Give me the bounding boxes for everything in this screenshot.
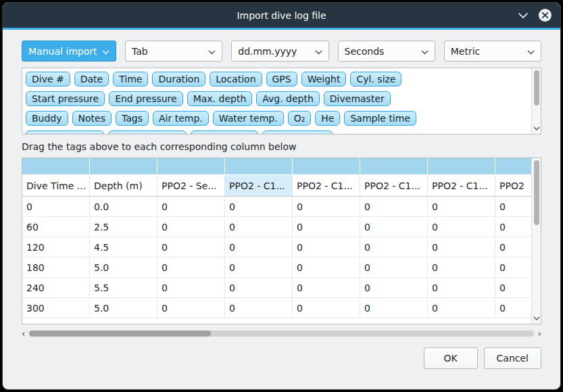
tag-notes[interactable]: Notes — [72, 111, 112, 126]
date-format-combobox[interactable]: dd.mm.yyyy — [231, 41, 328, 62]
tag-water-temp[interactable]: Water temp. — [213, 111, 284, 126]
cancel-button[interactable]: Cancel — [484, 347, 541, 369]
tag-divemaster[interactable]: Divemaster — [324, 91, 391, 106]
table-cell[interactable]: 0 — [360, 237, 428, 258]
tag-sample-cns[interactable]: Sample CNS — [262, 130, 333, 134]
tag-start-pressure[interactable]: Start pressure — [26, 91, 105, 106]
close-button[interactable] — [538, 8, 552, 22]
column-drop-target[interactable] — [495, 158, 531, 174]
shade-icon[interactable] — [518, 12, 529, 19]
table-cell[interactable]: 0 — [293, 258, 360, 278]
tag-sample-po[interactable]: Sample pO₂ — [191, 130, 258, 134]
tag-avg-depth[interactable]: Avg. depth — [256, 91, 320, 106]
table-cell[interactable]: 0 — [495, 237, 531, 258]
table-cell[interactable]: 0 — [293, 278, 360, 298]
titlebar[interactable]: Import dive log file — [3, 3, 560, 28]
table-cell[interactable]: 0 — [293, 237, 360, 258]
table-cell[interactable]: 0 — [157, 278, 225, 298]
tag-buddy[interactable]: Buddy — [26, 111, 68, 126]
column-drop-target[interactable] — [90, 158, 157, 174]
column-header[interactable]: Depth (m) — [90, 175, 157, 196]
table-cell[interactable]: 240 — [22, 278, 90, 298]
column-drop-target[interactable] — [225, 158, 293, 174]
table-cell[interactable]: 0 — [495, 258, 531, 278]
table-cell[interactable]: 0 — [495, 197, 531, 217]
table-cell[interactable]: 0 — [225, 237, 293, 258]
table-cell[interactable]: 120 — [22, 237, 90, 258]
tag-sample-temp[interactable]: Sample temp. — [108, 130, 187, 134]
duration-format-combobox[interactable]: Seconds — [338, 41, 435, 62]
table-cell[interactable]: 0 — [360, 217, 428, 237]
tag-he[interactable]: He — [315, 111, 340, 126]
column-header[interactable]: PPO2 — [495, 175, 531, 196]
table-cell[interactable]: 0 — [157, 258, 225, 278]
tag-cyl-size[interactable]: Cyl. size — [350, 72, 401, 87]
column-header[interactable]: PPO2 - C1... — [428, 175, 495, 196]
table-cell[interactable]: 0 — [428, 197, 495, 217]
table-cell[interactable]: 0 — [22, 197, 90, 217]
table-cell[interactable]: 0.0 — [90, 197, 157, 217]
scroll-down-icon[interactable] — [532, 122, 541, 132]
column-drop-target[interactable] — [293, 158, 360, 174]
table-cell[interactable]: 5.0 — [90, 258, 157, 278]
table-cell[interactable]: 0 — [428, 298, 495, 318]
table-cell[interactable]: 0 — [293, 298, 360, 318]
scrollbar-handle[interactable] — [29, 330, 211, 337]
table-cell[interactable]: 60 — [22, 217, 90, 237]
table-cell[interactable]: 4.5 — [90, 237, 157, 258]
table-cell[interactable]: 0 — [495, 298, 531, 318]
column-header[interactable]: PPO2 - C1... — [360, 175, 428, 196]
tag-gps[interactable]: GPS — [266, 72, 297, 87]
table-horizontal-scrollbar[interactable]: ‹ › — [22, 328, 541, 339]
scrollbar-handle[interactable] — [534, 70, 539, 105]
tag-duration[interactable]: Duration — [152, 72, 205, 87]
column-header[interactable]: Dive Time ... — [22, 175, 90, 196]
tag-sample-time[interactable]: Sample time — [344, 111, 416, 126]
table-cell[interactable]: 0 — [428, 217, 495, 237]
scroll-left-icon[interactable]: ‹ — [22, 329, 25, 338]
scrollbar-track[interactable] — [29, 330, 534, 337]
field-separator-combobox[interactable]: Tab — [125, 41, 222, 62]
tag-end-pressure[interactable]: End pressure — [109, 91, 183, 106]
tag-weight[interactable]: Weight — [301, 72, 347, 87]
table-cell[interactable]: 0 — [428, 258, 495, 278]
ok-button[interactable]: OK — [424, 347, 478, 369]
column-header[interactable]: PPO2 - C1... — [225, 175, 293, 196]
table-cell[interactable]: 0 — [360, 298, 428, 318]
column-header[interactable]: PPO2 - Se... — [157, 175, 225, 196]
tag-o[interactable]: O₂ — [288, 111, 312, 126]
table-cell[interactable]: 300 — [22, 298, 90, 318]
import-mode-combobox[interactable]: Manual import — [22, 41, 116, 62]
table-cell[interactable]: 0 — [495, 278, 531, 298]
table-cell[interactable]: 0 — [225, 258, 293, 278]
table-cell[interactable]: 0 — [157, 237, 225, 258]
table-cell[interactable]: 0 — [157, 217, 225, 237]
table-cell[interactable]: 5.5 — [90, 278, 157, 298]
scroll-right-icon[interactable]: › — [538, 329, 541, 338]
table-cell[interactable]: 0 — [225, 278, 293, 298]
column-drop-target[interactable] — [360, 158, 428, 174]
table-cell[interactable]: 0 — [157, 298, 225, 318]
column-drop-target[interactable] — [428, 158, 495, 174]
column-drop-target[interactable] — [157, 158, 225, 174]
table-cell[interactable]: 0 — [360, 258, 428, 278]
table-cell[interactable]: 0 — [428, 237, 495, 258]
tag-sample-depth[interactable]: Sample depth — [26, 130, 104, 134]
table-cell[interactable]: 0 — [360, 197, 428, 217]
tag-max-depth[interactable]: Max. depth — [187, 91, 253, 106]
column-header[interactable]: PPO2 - C1... — [293, 175, 360, 196]
tag-tags[interactable]: Tags — [116, 111, 149, 126]
table-cell[interactable]: 0 — [225, 217, 293, 237]
table-cell[interactable]: 0 — [293, 217, 360, 237]
tag-list-vertical-scrollbar[interactable] — [531, 68, 541, 134]
scroll-down-icon[interactable] — [532, 312, 541, 322]
tag-air-temp[interactable]: Air temp. — [153, 111, 209, 126]
table-cell[interactable]: 0 — [225, 298, 293, 318]
table-cell[interactable]: 5.0 — [90, 298, 157, 318]
table-cell[interactable]: 0 — [495, 217, 531, 237]
column-drop-target[interactable] — [22, 158, 90, 174]
units-combobox[interactable]: Metric — [444, 41, 541, 62]
tag-location[interactable]: Location — [210, 72, 262, 87]
table-cell[interactable]: 180 — [22, 258, 90, 278]
scrollbar-handle[interactable] — [534, 160, 539, 225]
